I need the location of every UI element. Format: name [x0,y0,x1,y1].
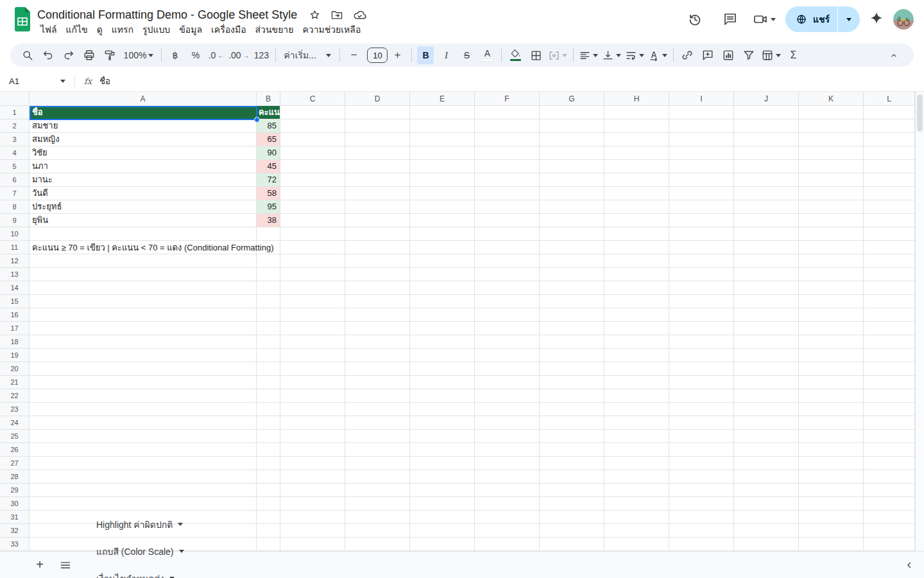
cell[interactable] [734,443,799,457]
cell[interactable] [734,389,799,403]
cell[interactable] [280,281,345,295]
cell[interactable] [280,133,345,146]
cell[interactable] [540,160,604,173]
formula-input[interactable]: ชื่อ [99,74,110,88]
cell[interactable] [280,443,345,457]
cell[interactable] [799,295,864,308]
cell[interactable] [345,146,410,160]
cell[interactable] [734,214,799,227]
cell[interactable] [540,335,604,349]
cell[interactable] [799,389,864,403]
cell[interactable] [604,470,669,484]
cell[interactable] [734,146,799,160]
cell[interactable] [669,308,734,322]
cell[interactable] [475,214,540,227]
cell[interactable] [257,511,280,524]
cell[interactable] [257,497,280,511]
cell[interactable] [864,160,915,173]
cell[interactable] [734,335,799,349]
cell[interactable] [540,430,604,443]
cell[interactable]: 65 [257,133,280,146]
text-rotation-button[interactable] [648,46,667,64]
cell[interactable] [475,376,540,389]
font-size-input[interactable]: 10 [367,48,388,63]
name-box-caret[interactable] [60,80,65,83]
cell[interactable] [734,295,799,308]
cell[interactable] [604,173,669,187]
cell[interactable] [475,389,540,403]
cell[interactable] [475,511,540,524]
cell[interactable] [540,214,604,227]
cell[interactable]: วันดี [30,187,257,200]
cell[interactable] [475,146,540,160]
cell[interactable] [257,295,280,308]
cell[interactable] [280,106,345,119]
cell[interactable] [669,335,734,349]
row-header[interactable]: 30 [0,497,30,511]
cell[interactable]: ยุพิน [30,214,257,227]
cell[interactable] [30,322,257,335]
cell[interactable] [799,106,864,119]
cell[interactable] [280,295,345,308]
cell[interactable] [604,187,669,200]
row-header[interactable]: 8 [0,200,30,214]
cell[interactable] [604,241,669,254]
cell[interactable] [280,511,345,524]
cell[interactable] [799,322,864,335]
functions-button[interactable]: Σ [785,46,801,64]
cell[interactable] [475,106,540,119]
cell[interactable] [734,376,799,389]
all-sheets-icon[interactable] [56,556,74,574]
cell[interactable] [410,214,475,227]
insert-chart-icon[interactable] [720,46,737,64]
cell[interactable] [864,227,915,241]
cell[interactable]: 85 [257,119,280,133]
cell[interactable] [799,538,864,551]
cell[interactable] [475,349,540,362]
cell[interactable] [410,241,475,254]
cell[interactable] [604,160,669,173]
cell[interactable] [345,160,410,173]
sheet-tab[interactable]: แถบสี (Color Scale) [86,538,216,565]
cell[interactable] [345,470,410,484]
cell[interactable] [604,416,669,430]
cell[interactable] [280,241,345,254]
cell[interactable] [669,430,734,443]
cell[interactable] [257,470,280,484]
cell[interactable] [540,376,604,389]
cell[interactable] [280,484,345,497]
cell[interactable] [734,160,799,173]
cell[interactable] [864,322,915,335]
cell[interactable] [475,133,540,146]
cloud-status-icon[interactable] [353,8,366,22]
cell[interactable] [410,524,475,538]
cell[interactable] [604,362,669,376]
redo-icon[interactable] [60,46,77,64]
paint-format-icon[interactable] [101,46,118,64]
strikethrough-button[interactable]: S [458,46,475,64]
row-header[interactable]: 15 [0,295,30,308]
cell[interactable] [799,524,864,538]
cell[interactable] [864,511,915,524]
cell[interactable] [345,538,410,551]
row-header[interactable]: 13 [0,268,30,281]
cell[interactable] [280,200,345,214]
cell[interactable] [734,119,799,133]
cell[interactable] [410,146,475,160]
cell[interactable] [604,268,669,281]
cell[interactable] [540,268,604,281]
cell[interactable] [410,335,475,349]
horizontal-align-button[interactable] [579,46,598,64]
cell[interactable] [669,322,734,335]
print-icon[interactable] [81,46,98,64]
cell[interactable] [604,538,669,551]
cell[interactable] [30,362,257,376]
menu-item[interactable]: ไฟล์ [36,21,62,38]
cell[interactable] [540,362,604,376]
cell[interactable] [799,227,864,241]
cell[interactable] [799,187,864,200]
cell[interactable] [669,443,734,457]
cell[interactable] [30,416,257,430]
cell[interactable] [280,214,345,227]
cell[interactable] [30,268,257,281]
